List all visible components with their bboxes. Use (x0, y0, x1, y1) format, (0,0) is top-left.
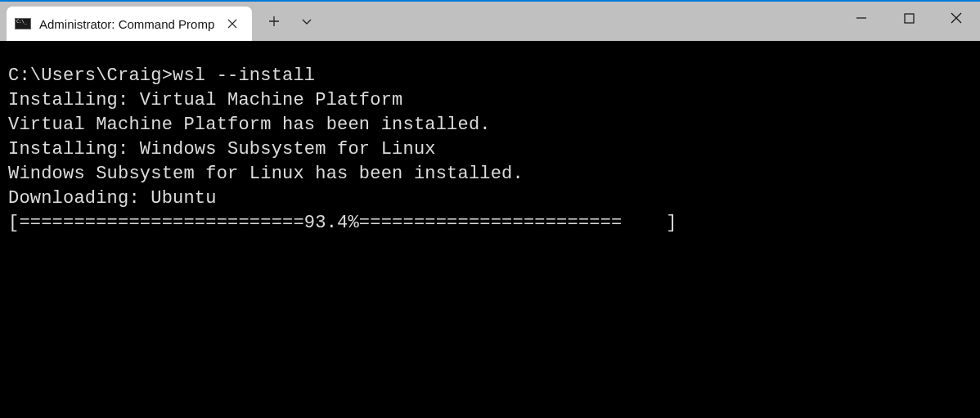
close-icon (951, 12, 962, 24)
tab-close-button[interactable] (221, 12, 244, 35)
output-line: Virtual Machine Platform has been instal… (8, 115, 491, 135)
plus-icon (268, 16, 280, 27)
output-line: Installing: Windows Subsystem for Linux (8, 139, 436, 160)
progress-bar: [==========================93.4%========… (8, 213, 677, 233)
terminal-output[interactable]: C:\Users\Craig>wsl --install Installing:… (0, 41, 980, 418)
tab-title: Administrator: Command Promp (39, 17, 221, 31)
tabs-area: Administrator: Command Promp (0, 2, 252, 41)
window-close-button[interactable] (933, 2, 980, 34)
close-icon (227, 19, 237, 29)
output-line: Installing: Virtual Machine Platform (8, 90, 402, 110)
chevron-down-icon (301, 16, 312, 27)
terminal-window: Administrator: Command Promp (0, 2, 980, 418)
window-controls (838, 2, 980, 41)
command-text: wsl --install (173, 65, 315, 86)
output-line: Downloading: Ubuntu (8, 188, 217, 209)
minimize-button[interactable] (838, 2, 885, 34)
prompt: C:\Users\Craig> (8, 65, 173, 86)
tab-actions (252, 2, 322, 41)
minimize-icon (856, 12, 867, 24)
titlebar[interactable]: Administrator: Command Promp (0, 2, 980, 41)
output-line: Windows Subsystem for Linux has been ins… (8, 164, 524, 184)
titlebar-drag-area[interactable] (322, 2, 838, 41)
cmd-icon (15, 18, 31, 29)
maximize-button[interactable] (885, 2, 933, 34)
svg-rect-0 (905, 14, 914, 23)
tab-command-prompt[interactable]: Administrator: Command Promp (7, 7, 252, 41)
new-tab-button[interactable] (258, 6, 290, 37)
tab-dropdown-button[interactable] (291, 6, 322, 37)
maximize-icon (904, 13, 915, 24)
